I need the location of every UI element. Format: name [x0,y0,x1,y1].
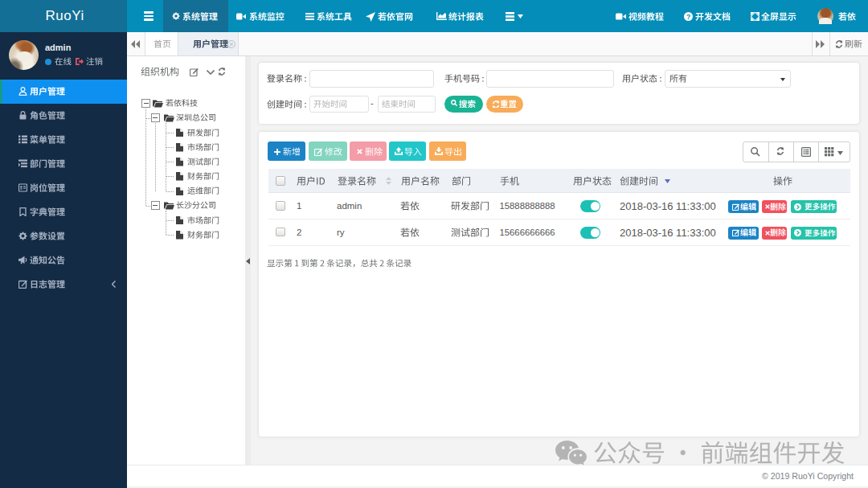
svg-text:?: ? [686,12,690,20]
